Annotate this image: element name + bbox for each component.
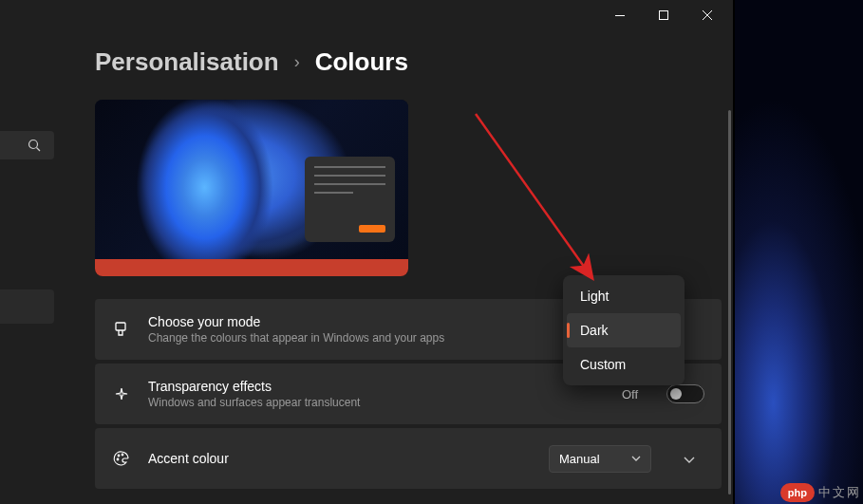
svg-rect-1 (660, 11, 668, 20)
setting-title: Transparency effects (148, 379, 605, 394)
theme-preview (95, 100, 408, 276)
watermark-badge: php (780, 483, 815, 502)
svg-point-7 (118, 455, 120, 457)
dropdown-item-custom[interactable]: Custom (567, 347, 681, 382)
breadcrumb: Personalisation › Colours (95, 47, 722, 77)
maximize-icon (659, 10, 668, 20)
preview-line (314, 192, 353, 194)
chevron-down-icon (684, 457, 695, 463)
chevron-down-icon (631, 456, 641, 461)
setting-text: Accent colour (148, 451, 532, 466)
scrollbar[interactable] (728, 110, 731, 495)
toggle-knob (670, 388, 682, 400)
watermark-text: 中文网 (818, 484, 861, 501)
setting-title: Accent colour (148, 451, 532, 466)
sparkle-icon (112, 385, 131, 402)
setting-accent-colour: Accent colour Manual (95, 428, 722, 489)
breadcrumb-parent[interactable]: Personalisation (95, 47, 279, 77)
dropdown-item-light[interactable]: Light (567, 279, 681, 313)
watermark: php 中文网 (780, 483, 861, 502)
search-stub[interactable] (0, 131, 54, 159)
maximize-button[interactable] (642, 0, 685, 30)
minimize-button[interactable] (598, 0, 642, 30)
mode-dropdown: Light Dark Custom (563, 275, 685, 385)
svg-point-4 (29, 140, 38, 149)
page-title: Colours (315, 47, 408, 77)
search-icon (28, 139, 41, 152)
close-button[interactable] (685, 0, 729, 30)
dropdown-item-dark[interactable]: Dark (567, 313, 681, 347)
preview-panel (305, 157, 395, 242)
svg-line-5 (37, 148, 41, 152)
close-icon (703, 10, 712, 20)
preview-line (314, 175, 385, 177)
settings-window: Personalisation › Colours Choose your mo… (0, 0, 733, 504)
select-value: Manual (559, 452, 600, 466)
toggle-label: Off (622, 387, 638, 401)
preview-taskbar (95, 259, 408, 276)
chevron-right-icon: › (294, 52, 300, 72)
preview-accent-chip (359, 225, 385, 233)
titlebar (0, 0, 733, 30)
minimize-icon (615, 15, 625, 16)
preview-line (314, 166, 385, 168)
setting-description: Windows and surfaces appear translucent (148, 396, 605, 409)
expand-button[interactable] (674, 444, 704, 473)
nav-stub[interactable] (0, 289, 54, 324)
svg-point-8 (122, 454, 123, 456)
palette-icon (112, 450, 131, 467)
transparency-toggle[interactable] (666, 384, 704, 403)
setting-text: Transparency effects Windows and surface… (148, 379, 605, 409)
desktop-sliver (735, 0, 863, 504)
svg-point-9 (117, 458, 119, 460)
brush-icon (112, 321, 131, 338)
accent-mode-select[interactable]: Manual (549, 445, 651, 473)
svg-rect-6 (116, 323, 125, 330)
preview-line (314, 183, 385, 185)
